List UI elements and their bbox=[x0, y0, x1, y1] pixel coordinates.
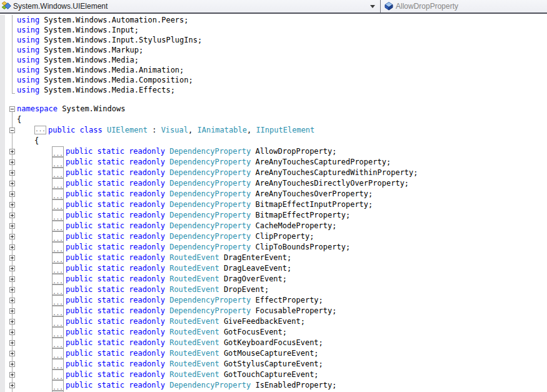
collapse-icon[interactable] bbox=[9, 106, 15, 112]
expand-icon[interactable] bbox=[9, 244, 15, 250]
expand-icon[interactable] bbox=[9, 351, 15, 356]
member-type: DependencyProperty bbox=[169, 306, 251, 315]
code-editor[interactable]: using System.Windows.Automation.Peers;us… bbox=[0, 14, 547, 392]
using-directive-line: using System.Windows.Markup; bbox=[0, 45, 547, 55]
member-declaration-line: ...public static readonly RoutedEvent Go… bbox=[0, 369, 547, 380]
editor-gutter bbox=[0, 380, 17, 391]
collapsed-region-box[interactable]: ... bbox=[52, 231, 64, 242]
editor-gutter bbox=[0, 295, 17, 306]
member-type: RoutedEvent bbox=[169, 274, 219, 283]
expand-icon[interactable] bbox=[9, 319, 15, 324]
member-name: DragOverEvent; bbox=[219, 274, 287, 283]
collapsed-region-box[interactable]: ... bbox=[52, 369, 64, 380]
code-text: ...public static readonly RoutedEvent Go… bbox=[17, 338, 323, 348]
collapsed-region-box[interactable]: ... bbox=[52, 189, 64, 199]
collapsed-region-box[interactable]: ... bbox=[52, 210, 64, 221]
collapsed-region-box[interactable]: ... bbox=[52, 295, 64, 306]
member-declaration-line: ...public static readonly DependencyProp… bbox=[0, 178, 547, 189]
code-area: using System.Windows.Automation.Peers;us… bbox=[0, 15, 547, 392]
collapsed-region-box[interactable]: ... bbox=[52, 274, 64, 284]
member-name: AreAnyTouchesCapturedProperty; bbox=[251, 158, 391, 166]
expand-icon[interactable] bbox=[9, 191, 15, 197]
member-declaration-line: ...public static readonly DependencyProp… bbox=[0, 157, 547, 168]
collapsed-region-box[interactable]: ... bbox=[52, 242, 64, 253]
member-name: CacheModeProperty; bbox=[251, 221, 336, 230]
expand-icon[interactable] bbox=[9, 159, 15, 165]
collapsed-region-box[interactable]: ... bbox=[52, 327, 64, 338]
member-declaration-line: ...public static readonly DependencyProp… bbox=[0, 168, 547, 178]
member-type: DependencyProperty bbox=[169, 158, 251, 166]
collapsed-region-box[interactable]: ... bbox=[52, 284, 64, 295]
collapsed-region-box[interactable]: ... bbox=[52, 263, 64, 274]
collapsed-region-box[interactable]: ... bbox=[52, 359, 64, 369]
keyword: public static readonly bbox=[66, 306, 169, 315]
expand-icon[interactable] bbox=[9, 266, 15, 271]
keyword: public static readonly bbox=[66, 232, 169, 241]
expand-icon[interactable] bbox=[9, 213, 15, 218]
member-name: BitmapEffectProperty; bbox=[251, 211, 350, 219]
member-dropdown[interactable]: AllowDropProperty bbox=[380, 0, 547, 13]
code-text: ...public static readonly RoutedEvent Go… bbox=[17, 369, 319, 380]
expand-icon[interactable] bbox=[9, 308, 15, 314]
namespace-reference: System.Windows.Input; bbox=[39, 26, 139, 34]
keyword: public class bbox=[48, 126, 107, 134]
collapsed-region-box[interactable]: ... bbox=[52, 221, 64, 231]
expand-icon[interactable] bbox=[9, 170, 15, 176]
expand-icon[interactable] bbox=[9, 361, 15, 367]
expand-icon[interactable] bbox=[9, 276, 15, 282]
keyword: public static readonly bbox=[66, 370, 169, 379]
collapsed-region-box[interactable]: ... bbox=[34, 126, 46, 134]
member-name: DropEvent; bbox=[219, 285, 269, 294]
code-text: using System.Windows.Media.Effects; bbox=[17, 85, 175, 95]
expand-icon[interactable] bbox=[9, 372, 15, 378]
expand-icon[interactable] bbox=[9, 255, 15, 261]
chevron-down-icon[interactable] bbox=[370, 5, 375, 8]
member-declaration-line: ...public static readonly DependencyProp… bbox=[0, 295, 547, 306]
editor-gutter bbox=[0, 253, 17, 263]
expand-icon[interactable] bbox=[9, 287, 15, 293]
collapsed-region-box[interactable]: ... bbox=[52, 157, 64, 168]
code-text: { bbox=[17, 114, 21, 125]
collapsed-region-box[interactable]: ... bbox=[52, 168, 64, 178]
code-text: using System.Windows.Input.StylusPlugIns… bbox=[17, 35, 202, 45]
member-type: RoutedEvent bbox=[169, 338, 219, 347]
editor-gutter bbox=[0, 104, 17, 114]
expand-icon[interactable] bbox=[9, 340, 15, 346]
collapsed-region-box[interactable]: ... bbox=[52, 253, 64, 263]
code-text: ...public static readonly RoutedEvent Dr… bbox=[17, 274, 287, 284]
code-text: using System.Windows.Input; bbox=[17, 25, 139, 35]
expand-icon[interactable] bbox=[9, 223, 15, 229]
collapsed-region-box[interactable]: ... bbox=[52, 146, 64, 157]
code-text: ...public static readonly RoutedEvent Go… bbox=[17, 348, 319, 359]
collapsed-region-box[interactable]: ... bbox=[52, 380, 64, 391]
type-dropdown[interactable]: System.Windows.UIElement bbox=[0, 0, 380, 13]
collapsed-region-box[interactable]: ... bbox=[52, 338, 64, 348]
code-text: ...public static readonly DependencyProp… bbox=[17, 210, 350, 221]
code-text: ...public static readonly DependencyProp… bbox=[17, 146, 337, 157]
member-type: RoutedEvent bbox=[169, 253, 219, 262]
expand-icon[interactable] bbox=[9, 234, 15, 239]
editor-gutter bbox=[0, 369, 17, 380]
collapsed-region-box[interactable]: ... bbox=[52, 316, 64, 327]
expand-icon[interactable] bbox=[9, 298, 15, 303]
collapsed-region-box[interactable]: ... bbox=[52, 199, 64, 210]
keyword: public static readonly bbox=[66, 274, 169, 283]
expand-icon[interactable] bbox=[9, 383, 15, 388]
namespace-reference: System.Windows.Media.Effects; bbox=[39, 86, 175, 94]
code-text: ...public static readonly RoutedEvent Go… bbox=[17, 327, 287, 338]
editor-gutter bbox=[0, 114, 17, 125]
editor-gutter bbox=[0, 65, 17, 75]
editor-gutter bbox=[0, 95, 17, 104]
expand-icon[interactable] bbox=[9, 181, 15, 186]
expand-icon[interactable] bbox=[9, 329, 15, 335]
namespace-reference: System.Windows.Media.Composition; bbox=[39, 76, 193, 84]
editor-gutter bbox=[0, 136, 17, 146]
collapsed-region-box[interactable]: ... bbox=[52, 348, 64, 359]
collapsed-region-box[interactable]: ... bbox=[52, 178, 64, 189]
editor-gutter bbox=[0, 178, 17, 189]
expand-icon[interactable] bbox=[9, 202, 15, 208]
collapse-icon[interactable] bbox=[9, 128, 15, 133]
expand-icon[interactable] bbox=[9, 149, 15, 154]
code-text: ...public static readonly RoutedEvent Gi… bbox=[17, 316, 305, 327]
collapsed-region-box[interactable]: ... bbox=[52, 306, 64, 316]
